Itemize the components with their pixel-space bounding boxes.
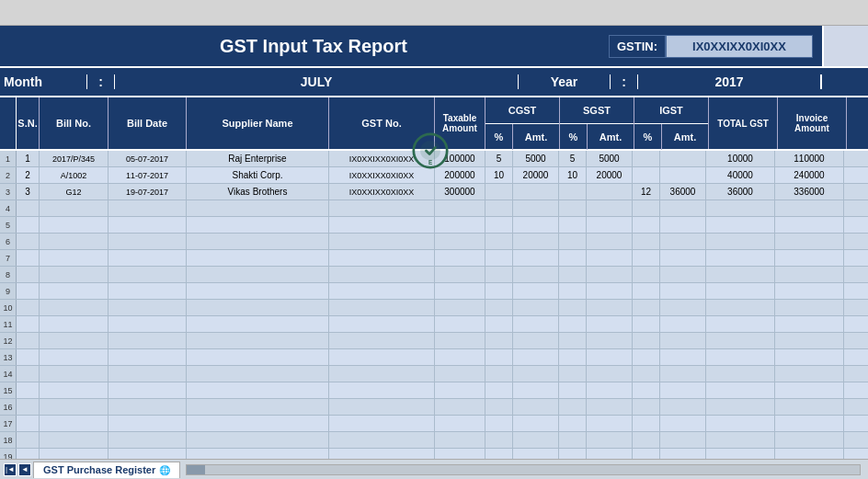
cell-igst-amt (660, 167, 706, 183)
header-totalgst: TOTAL GST (709, 97, 778, 149)
cell-taxable: 300000 (435, 184, 485, 200)
cell-invoice: 336000 (775, 184, 844, 200)
gstin-label: GSTIN: (609, 35, 666, 58)
row-data (17, 449, 868, 459)
empty-row: 6 (0, 234, 868, 250)
empty-row: 4 (0, 200, 868, 217)
cell-cgst-pct: 10 (485, 167, 513, 183)
cell-billdate: 11-07-2017 (108, 167, 187, 183)
row-number: 19 (0, 449, 17, 459)
empty-row: 8 (0, 267, 868, 283)
table-row: 1 1 2017/P/345 05-07-2017 Raj Enterprise… (0, 151, 868, 167)
horizontal-scrollbar[interactable] (186, 464, 861, 475)
header-gstno: GST No. (329, 97, 435, 149)
top-bar (0, 0, 868, 26)
header-sn: S.N. (17, 97, 40, 149)
header-area: S.N. Bill No. Bill Date Supplier Name GS… (0, 97, 868, 151)
tab-nav-prev[interactable]: ◄ (18, 463, 31, 476)
cell-billdate: 19-07-2017 (108, 184, 187, 200)
cell-taxable: 200000 (435, 167, 485, 183)
header-cgst: CGST (485, 97, 559, 123)
header-igst-amt: Amt. (662, 124, 708, 150)
title-row: GST Input Tax Report GSTIN: IX0XXIXX0XI0… (0, 26, 868, 68)
cell-igst-pct: 12 (633, 184, 660, 200)
row-number: 14 (0, 366, 17, 382)
row-data (17, 382, 868, 398)
row-number: 2 (0, 167, 17, 183)
report-title: GST Input Tax Report (0, 36, 609, 57)
empty-row: 17 (0, 416, 868, 432)
row-data (17, 283, 868, 299)
header-sgst-pct: % (560, 124, 588, 150)
cell-cgst-amt: 5000 (513, 151, 559, 166)
header-igst-pct: % (634, 124, 662, 150)
cell-supplier: Raj Enterprise (187, 151, 329, 166)
row-number: 16 (0, 399, 17, 415)
empty-row: 19 (0, 449, 868, 459)
cell-totalgst: 36000 (706, 184, 775, 200)
cell-taxable: 100000 (435, 151, 485, 166)
cell-sgst-amt (587, 184, 633, 200)
row-data (17, 217, 868, 233)
cell-billno: G12 (40, 184, 108, 200)
month-colon: : (87, 74, 115, 89)
header-invoice: Invoice Amount (778, 97, 847, 149)
cell-totalgst: 10000 (706, 151, 775, 166)
cell-sn: 1 (17, 151, 40, 166)
row-number: 1 (0, 151, 17, 166)
cell-billno: 2017/P/345 (40, 151, 108, 166)
table-body: 1 1 2017/P/345 05-07-2017 Raj Enterprise… (0, 151, 868, 459)
row-number: 17 (0, 416, 17, 431)
header-billno: Bill No. (40, 97, 108, 149)
tab-nav-first[interactable]: |◄ (4, 463, 17, 476)
month-label: Month (0, 74, 87, 89)
year-value: 2017 (638, 74, 822, 89)
cell-cgst-amt: 20000 (513, 167, 559, 183)
row-number: 5 (0, 217, 17, 233)
cell-gstno: IX0XXIXX0XI0XX (329, 151, 435, 166)
row-data (17, 250, 868, 266)
row-number: 3 (0, 184, 17, 200)
row-data: 2 A/1002 11-07-2017 Shakti Corp. IX0XXIX… (17, 167, 868, 183)
month-value: JULY (115, 74, 519, 89)
row-data: 3 G12 19-07-2017 Vikas Brothers IX0XXIXX… (17, 184, 868, 200)
header-billdate: Bill Date (108, 97, 187, 149)
spreadsheet-container: GST Input Tax Report GSTIN: IX0XXIXX0XI0… (0, 26, 868, 459)
cell-igst-amt: 36000 (660, 184, 706, 200)
row-number: 4 (0, 200, 17, 216)
header-supplier: Supplier Name (187, 97, 329, 149)
row-data (17, 399, 868, 415)
cell-gstno: IX0XXIXX0XI0XX (329, 167, 435, 183)
cell-igst-amt (660, 151, 706, 166)
row-data (17, 234, 868, 249)
empty-row: 16 (0, 399, 868, 416)
cell-sgst-amt: 5000 (587, 151, 633, 166)
row-data (17, 366, 868, 382)
row-data (17, 349, 868, 365)
row-number: 15 (0, 382, 17, 398)
cell-sgst-pct: 10 (559, 167, 587, 183)
tab-label: GST Purchase Register (43, 464, 155, 475)
empty-row: 7 (0, 250, 868, 267)
empty-row: 9 (0, 283, 868, 300)
cell-cgst-amt (513, 184, 559, 200)
scrollbar-thumb (187, 465, 205, 474)
row-number: 13 (0, 349, 17, 365)
header-taxable: Taxable Amount (435, 97, 485, 149)
spreadsheet-body: S.N. Bill No. Bill Date Supplier Name GS… (0, 97, 868, 459)
cell-supplier: Vikas Brothers (187, 184, 329, 200)
tab-purchase-register[interactable]: GST Purchase Register 🌐 (33, 462, 180, 478)
header-sgst: SGST (560, 97, 634, 123)
cell-invoice: 240000 (775, 167, 844, 183)
row-number: 7 (0, 250, 17, 266)
cell-billdate: 05-07-2017 (108, 151, 187, 166)
cell-igst-pct (633, 151, 660, 166)
table-row: 2 2 A/1002 11-07-2017 Shakti Corp. IX0XX… (0, 167, 868, 184)
table-row: 3 3 G12 19-07-2017 Vikas Brothers IX0XXI… (0, 184, 868, 200)
header-content-row1: S.N. Bill No. Bill Date Supplier Name GS… (17, 97, 868, 149)
empty-row: 13 (0, 349, 868, 366)
row-number: 6 (0, 234, 17, 249)
year-label: Year (519, 74, 611, 89)
header-cgst-amt: Amt. (513, 124, 559, 150)
row-number: 12 (0, 333, 17, 348)
